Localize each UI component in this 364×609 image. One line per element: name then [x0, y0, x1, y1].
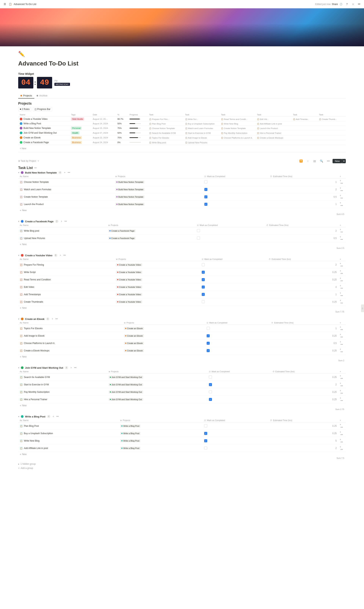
add-new-task-1[interactable]: + New [18, 242, 28, 247]
task-checkbox-0-3[interactable]: ✓ [204, 203, 208, 206]
task-project-pill[interactable]: Create a Youtube Video [116, 293, 142, 296]
task-name[interactable]: Create Thumbnails [24, 301, 43, 303]
task-add-col[interactable]: + [340, 202, 341, 204]
task-project-pill[interactable]: Create an Ebook [124, 334, 144, 337]
clock-icon[interactable]: 🕐 [339, 2, 343, 6]
task-name[interactable]: Create Notion Template [24, 195, 48, 198]
task-name[interactable]: Edit Video [24, 286, 34, 288]
task-name[interactable]: Read Terms and Condition [24, 278, 51, 281]
task-view-toggle[interactable]: ⊕ Task by Project [18, 160, 36, 162]
task-more-col[interactable]: ••• [340, 336, 343, 338]
task-add-col[interactable]: + [340, 423, 341, 426]
task-more-col[interactable]: ••• [340, 265, 343, 267]
task-checkbox-5-2[interactable]: ✓ [204, 439, 207, 442]
task-checkbox-3-1[interactable]: ✓ [207, 334, 210, 337]
projects-add-new[interactable]: + New [18, 146, 346, 151]
task-more-col[interactable]: ••• [340, 343, 343, 346]
task-project-pill[interactable]: Build New Notion Template [115, 188, 144, 191]
task-add-col[interactable]: + [340, 445, 341, 448]
task-add-col[interactable]: + [340, 299, 341, 302]
task-more-col[interactable]: ••• [340, 426, 343, 429]
task-name[interactable]: Write Script [24, 271, 36, 274]
task-group-add-btn[interactable]: + [60, 254, 61, 257]
task-more-col[interactable]: ••• [340, 287, 343, 290]
task-group-add-btn[interactable]: + [53, 415, 54, 418]
task-more-col[interactable]: ••• [340, 294, 343, 297]
project-name-cell[interactable]: Create a Facebook Page [18, 140, 70, 145]
task-list-menu[interactable]: ••• [34, 167, 37, 169]
task-more-col[interactable]: ••• [340, 448, 343, 451]
task-more-col[interactable]: ••• [340, 182, 343, 185]
task-group-more-btn[interactable]: ••• [63, 254, 66, 257]
task-checkbox-2-3[interactable]: ✓ [202, 286, 205, 289]
task-group-more-btn[interactable]: ••• [65, 220, 67, 223]
task-checkbox-2-0[interactable] [202, 263, 205, 266]
task-name[interactable]: Create a Ebook Mockups [24, 349, 50, 352]
project-name-cell[interactable]: Build New Notion Template [18, 126, 70, 131]
task-project-pill[interactable]: Join GYM and Start Working Out [109, 376, 143, 379]
task-name[interactable]: Watch and Learn Formulas [24, 188, 51, 191]
help-icon[interactable]: ? [345, 2, 349, 6]
task-name[interactable]: Choose Platforms to Launch it. [24, 342, 55, 345]
task-project-pill[interactable]: Join GYM and Start Working Out [109, 390, 143, 394]
task-more-col[interactable]: ••• [340, 377, 343, 380]
task-add-col[interactable]: + [340, 389, 341, 392]
task-project-pill[interactable]: Create an Ebook [124, 342, 144, 345]
task-name[interactable]: Add Image to Ebook [24, 334, 45, 337]
task-project-pill[interactable]: Create an Ebook [124, 327, 144, 330]
task-project-pill[interactable]: Write a Blog Post [120, 432, 141, 435]
task-checkbox-4-2[interactable] [209, 390, 212, 393]
hidden-group-toggle[interactable]: ▸ 1 hidden group [18, 463, 346, 465]
th-add-col[interactable]: + [338, 321, 346, 325]
task-checkbox-5-1[interactable]: ✓ [204, 432, 207, 435]
project-name-cell[interactable]: Join GYM and Start Working Out [18, 131, 70, 135]
task-name[interactable]: Prepare For Filming [24, 263, 44, 266]
add-new-task-2[interactable]: + New [18, 306, 28, 310]
task-name[interactable]: Pay Monthly Subscription [24, 391, 50, 393]
task-add-col[interactable]: + [340, 374, 341, 377]
tab-archive[interactable]: Archive [34, 93, 50, 98]
task-project-pill[interactable]: Write a Blog Post [120, 425, 141, 428]
task-group-header-0[interactable]: ▾ Build New Notion Template 4 + ••• [18, 170, 346, 174]
task-name[interactable]: Write New Blog [24, 440, 39, 442]
th-add-col[interactable]: + [338, 257, 346, 261]
task-name[interactable]: Upload New Pictures [24, 237, 45, 240]
task-project-pill[interactable]: Write a Blog Post [120, 439, 141, 442]
task-checkbox-0-1[interactable]: ✓ [204, 188, 208, 191]
task-add-col[interactable]: + [340, 235, 341, 238]
th-add-col[interactable]: + [338, 174, 346, 179]
task-name[interactable]: Choose Notion Template [24, 181, 49, 183]
task-more-col[interactable]: ••• [340, 441, 343, 443]
project-name-cell[interactable]: Create an Ebook [18, 135, 70, 140]
task-checkbox-2-4[interactable]: ✓ [202, 293, 205, 296]
task-checkbox-2-2[interactable]: ✓ [202, 278, 205, 281]
star-icon[interactable]: ☆ [351, 2, 355, 6]
task-name[interactable]: Hire a Personal Trainer [24, 398, 47, 401]
task-more-col[interactable]: ••• [340, 272, 343, 275]
task-project-pill[interactable]: Build New Notion Template [115, 203, 144, 206]
project-name-cell[interactable]: Write a Blog Post [18, 122, 70, 126]
task-checkbox-1-1[interactable] [197, 236, 200, 240]
task-group-header-5[interactable]: ▾ Write a Blog Post 4 + ••• [18, 414, 346, 418]
new-task-btn[interactable]: New [333, 159, 342, 163]
task-add-col[interactable]: + [340, 270, 341, 272]
task-group-header-1[interactable]: ▾ Create a Facebook Page 2 + ••• [18, 219, 346, 223]
task-project-pill[interactable]: Build New Notion Template [115, 195, 144, 198]
add-group-btn[interactable]: + Add a group [18, 467, 346, 470]
task-add-col[interactable]: + [340, 333, 341, 336]
task-project-pill[interactable]: Create a Youtube Video [116, 300, 142, 303]
task-project-pill[interactable]: Create a Facebook Page [108, 237, 136, 240]
task-add-col[interactable]: + [340, 180, 341, 182]
new-task-arrow[interactable]: ▾ [342, 159, 346, 163]
task-project-pill[interactable]: Join GYM and Start Working Out [109, 383, 143, 386]
task-add-col[interactable]: + [340, 431, 341, 433]
task-name[interactable]: Add Timestamps [24, 293, 41, 296]
task-project-pill[interactable]: Join GYM and Start Working Out [109, 398, 143, 401]
task-project-pill[interactable]: Write a Blog Post [120, 447, 141, 450]
share-button[interactable]: Share [333, 2, 337, 6]
task-group-add-btn[interactable]: + [64, 171, 65, 174]
task-project-pill[interactable]: Create an Ebook [124, 349, 144, 352]
task-more-col[interactable]: ••• [340, 351, 343, 353]
task-group-more-btn[interactable]: ••• [56, 415, 59, 418]
task-add-col[interactable]: + [340, 348, 341, 351]
